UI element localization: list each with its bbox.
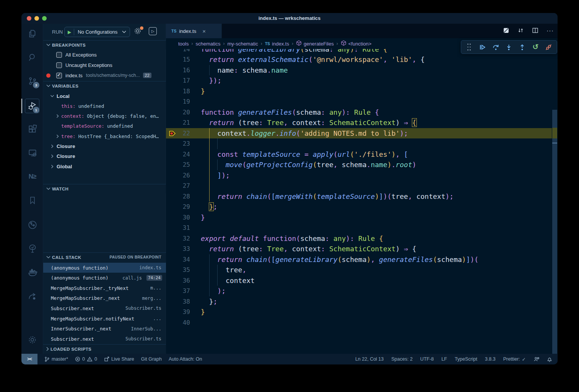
cursor-position-item[interactable]: Ln 22, Col 13 [355, 356, 384, 362]
code-viewport[interactable]: 14function generateLibrary(schema: any):… [166, 24, 558, 354]
more-actions-icon[interactable]: ··· [546, 28, 554, 34]
variable-row[interactable]: this:undefined [43, 101, 166, 111]
nx-console-icon[interactable]: N≥ [21, 168, 43, 186]
code-line[interactable]: 36 context [166, 275, 552, 286]
launch-config-dropdown[interactable]: ▶ No Configurations [64, 27, 130, 37]
code-line[interactable]: 15 return externalSchematic('@nrwl/works… [166, 54, 552, 65]
code-line[interactable]: 16 name: schema.name [166, 65, 552, 76]
encoding-item[interactable]: UTF-8 [420, 356, 434, 362]
git-branch-item[interactable]: master* [44, 356, 68, 362]
code-line[interactable]: 30} [166, 212, 552, 223]
remote-indicator[interactable]: >< [21, 354, 37, 364]
run-debug-icon[interactable]: 1 [21, 97, 43, 115]
code-line[interactable]: 37 ); [166, 286, 552, 296]
watch-header[interactable]: WATCH [43, 184, 166, 193]
code-line[interactable]: 34 return chain([generateLibrary(schema)… [166, 254, 552, 265]
code-line[interactable]: 40 [166, 317, 552, 328]
breadcrumb-item[interactable]: my-schematic [228, 41, 258, 47]
call-stack-frame[interactable]: (anonymous function)index.ts [43, 263, 166, 273]
breakpoint-row[interactable]: All Exceptions [43, 50, 166, 60]
call-stack-frame[interactable]: InnerSubscriber._nextInnerSub... [43, 324, 166, 334]
eol-item[interactable]: LF [441, 356, 447, 362]
breakpoint-checkbox[interactable] [56, 52, 62, 58]
code-line[interactable]: 23 [166, 138, 552, 149]
code-line[interactable]: 38 }; [166, 296, 552, 307]
step-into-icon[interactable] [505, 43, 513, 51]
settings-gear-icon[interactable] [21, 330, 43, 349]
code-line[interactable]: 35 tree, [166, 265, 552, 275]
variable-scope-row[interactable]: Closure [43, 142, 166, 151]
continue-icon[interactable] [479, 43, 486, 51]
split-editor-icon[interactable] [532, 27, 538, 35]
breadcrumb-item[interactable]: <function> [341, 40, 372, 47]
compare-changes-icon[interactable] [517, 27, 524, 35]
call-stack-header[interactable]: CALL STACK PAUSED ON BREAKPOINT [43, 252, 166, 262]
variable-scope-row[interactable]: Global [43, 161, 166, 171]
variables-header[interactable]: VARIABLES [43, 81, 166, 90]
language-item[interactable]: TypeScript [455, 356, 477, 362]
breakpoint-checkbox[interactable] [56, 73, 62, 78]
breadcrumb-item[interactable]: schematics [195, 41, 220, 47]
drag-grip-icon[interactable] [465, 43, 473, 51]
call-stack-frame[interactable]: MergeMapSubscriber._nextmerg... [43, 293, 166, 303]
code-line[interactable]: 18} [166, 86, 552, 97]
variable-scope-row[interactable]: Closure [43, 151, 166, 161]
code-line[interactable]: 28 return chain([mergeWith(templateSourc… [166, 191, 552, 202]
step-over-icon[interactable] [492, 43, 499, 51]
code-line[interactable]: 27 [166, 181, 552, 191]
disconnect-icon[interactable] [545, 43, 553, 51]
gitlens-icon[interactable] [21, 216, 43, 234]
remote-explorer-icon[interactable] [21, 144, 43, 162]
code-line[interactable]: 33 return (tree: Tree, context: Schemati… [166, 244, 552, 254]
docker-icon[interactable] [21, 264, 43, 282]
restart-icon[interactable]: ↺ [532, 43, 539, 51]
feedback-icon[interactable] [533, 356, 539, 362]
code-line[interactable]: 24 const templateSource = apply(url('./f… [166, 149, 552, 160]
code-line[interactable]: 25 move(getProjectConfig(tree, schema.na… [166, 159, 552, 170]
live-share-item[interactable]: Live Share [104, 356, 134, 362]
code-line[interactable]: 20function generateFiles(schema: any): R… [166, 107, 552, 118]
auto-attach-item[interactable]: Auto Attach: On [169, 356, 202, 362]
source-control-icon[interactable]: 3 [21, 72, 43, 90]
bookmarks-icon[interactable] [21, 191, 43, 210]
prettier-item[interactable]: Prettier: ✓ [503, 356, 526, 362]
search-icon[interactable] [21, 48, 43, 67]
start-debug-icon[interactable]: ▶ [68, 29, 71, 35]
notifications-bell-icon[interactable] [547, 356, 552, 362]
code-line[interactable]: 17 }); [166, 75, 552, 86]
call-stack-frame[interactable]: Subscriber.nextSubscriber.ts [43, 334, 166, 344]
project-manager-icon[interactable] [21, 288, 43, 306]
breadcrumb-item[interactable]: tools [178, 41, 189, 47]
test-explorer-icon[interactable] [21, 239, 43, 258]
explorer-icon[interactable] [21, 24, 43, 43]
editor-scrollbar[interactable] [552, 110, 557, 354]
breadcrumb-item[interactable]: TSindex.ts [265, 41, 289, 47]
code-line[interactable]: 31 [166, 223, 552, 233]
breakpoints-header[interactable]: BREAKPOINTS [43, 40, 166, 49]
call-stack-frame[interactable]: Subscriber.nextSubscriber.ts [43, 303, 166, 313]
breakpoint-row[interactable]: index.tstools/schematics/my-sch...22 [43, 70, 166, 80]
code-line[interactable]: 21 return (tree: Tree, context: Schemati… [166, 117, 552, 128]
extensions-icon[interactable] [21, 120, 43, 138]
call-stack-frame[interactable]: (anonymous function)call.js74:24 [43, 273, 166, 283]
code-line[interactable]: 22 context.logger.info('adding NOTES.md … [166, 128, 552, 139]
debug-console-icon[interactable]: ▷ [149, 27, 157, 35]
code-line[interactable]: 26 ]); [166, 170, 552, 181]
loaded-scripts-header[interactable]: LOADED SCRIPTS [43, 344, 166, 353]
problems-item[interactable]: 0 0 [75, 356, 97, 362]
variable-row[interactable]: tree:HostTree {_backend: ScopedH… [43, 131, 166, 141]
call-stack-frame[interactable]: MergeMapSubscriber.notifyNext... [43, 314, 166, 324]
call-stack-frame[interactable]: MergeMapSubscriber._tryNextm... [43, 283, 166, 293]
step-out-icon[interactable] [519, 43, 526, 51]
git-graph-item[interactable]: Git Graph [141, 356, 162, 362]
open-changes-icon[interactable] [503, 27, 509, 35]
breakpoint-checkbox[interactable] [56, 62, 62, 68]
close-tab-icon[interactable]: × [202, 28, 206, 34]
code-line[interactable]: 32export default function(schema: any): … [166, 233, 552, 244]
variable-row[interactable]: templateSource:undefined [43, 121, 166, 131]
code-line[interactable]: 19 [166, 96, 552, 107]
breadcrumb-item[interactable]: generateFiles [296, 40, 334, 47]
variable-scope-row[interactable]: Local [43, 91, 166, 101]
variable-row[interactable]: context:Object {debug: false, en… [43, 111, 166, 121]
breakpoint-row[interactable]: Uncaught Exceptions [43, 60, 166, 70]
